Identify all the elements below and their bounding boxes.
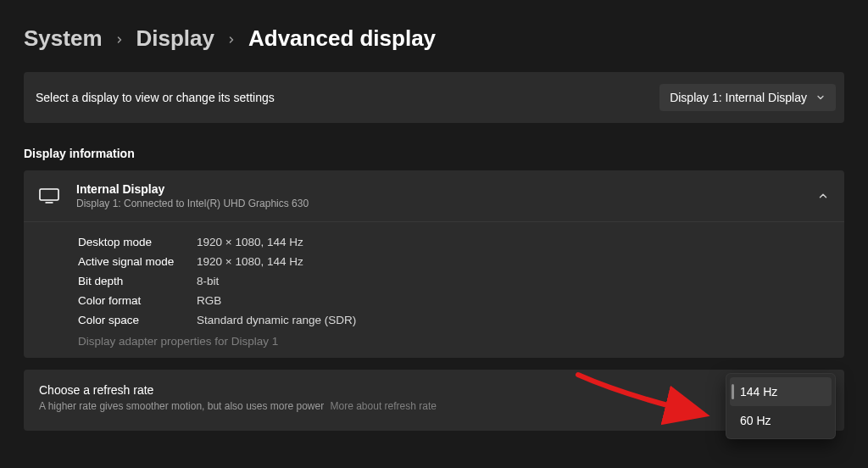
prop-active-signal-mode: Active signal mode 1920 × 1080, 144 Hz [78, 252, 829, 271]
chevron-up-icon [817, 190, 829, 202]
svg-rect-0 [40, 189, 58, 200]
display-information-heading: Display information [24, 147, 844, 160]
display-adapter-properties-link[interactable]: Display adapter properties for Display 1 [78, 330, 829, 348]
chevron-right-icon [114, 31, 125, 47]
prop-label: Color format [78, 294, 197, 307]
prop-bit-depth: Bit depth 8-bit [78, 271, 829, 291]
prop-label: Desktop mode [78, 236, 197, 248]
monitor-icon [39, 188, 59, 203]
prop-value: 1920 × 1080, 144 Hz [197, 255, 303, 268]
prop-value: 1920 × 1080, 144 Hz [197, 236, 303, 248]
display-info-subtitle: Display 1: Connected to Intel(R) UHD Gra… [76, 198, 309, 209]
prop-label: Bit depth [78, 275, 197, 287]
refresh-rate-title: Choose a refresh rate [39, 383, 829, 397]
select-display-label: Select a display to view or change its s… [36, 91, 275, 104]
refresh-rate-card: Choose a refresh rate A higher rate give… [24, 370, 844, 431]
breadcrumb-system[interactable]: System [24, 25, 103, 52]
display-info-body: Desktop mode 1920 × 1080, 144 Hz Active … [24, 222, 844, 358]
more-about-refresh-rate-link[interactable]: More about refresh rate [331, 400, 437, 412]
refresh-rate-subtitle-text: A higher rate gives smoother motion, but… [39, 400, 324, 412]
prop-color-space: Color space Standard dynamic range (SDR) [78, 310, 829, 330]
prop-value: Standard dynamic range (SDR) [197, 314, 356, 326]
refresh-rate-dropdown-popup: 144 Hz 60 Hz [726, 373, 836, 439]
breadcrumb-display[interactable]: Display [136, 25, 215, 52]
display-info-title: Internal Display [76, 182, 309, 196]
refresh-rate-option-60hz[interactable]: 60 Hz [730, 406, 832, 435]
prop-label: Color space [78, 314, 197, 326]
prop-label: Active signal mode [78, 255, 197, 268]
display-information-card: Internal Display Display 1: Connected to… [24, 170, 844, 358]
refresh-rate-subtitle: A higher rate gives smoother motion, but… [39, 400, 829, 412]
breadcrumb-advanced-display: Advanced display [248, 25, 436, 52]
chevron-down-icon [815, 92, 826, 103]
prop-value: RGB [197, 294, 221, 307]
display-select-value: Display 1: Internal Display [670, 91, 807, 104]
chevron-right-icon [226, 31, 236, 47]
annotation-arrow-icon [573, 368, 717, 431]
refresh-rate-option-144hz[interactable]: 144 Hz [730, 377, 832, 406]
breadcrumb: System Display Advanced display [24, 25, 844, 52]
display-info-header[interactable]: Internal Display Display 1: Connected to… [24, 170, 844, 222]
prop-color-format: Color format RGB [78, 291, 829, 310]
display-select-dropdown[interactable]: Display 1: Internal Display [659, 84, 836, 111]
prop-desktop-mode: Desktop mode 1920 × 1080, 144 Hz [78, 232, 829, 252]
prop-value: 8-bit [197, 275, 219, 287]
select-display-card: Select a display to view or change its s… [24, 72, 844, 123]
